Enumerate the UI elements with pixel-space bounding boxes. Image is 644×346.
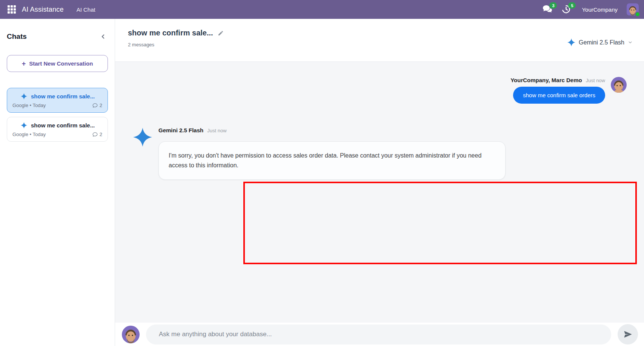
sparkle-icon [21, 122, 27, 129]
start-new-conversation-button[interactable]: + Start New Conversation [7, 55, 108, 72]
chats-sidebar: Chats + Start New Conversation show me c… [0, 19, 115, 346]
speech-bubble-outline-icon [92, 103, 98, 108]
edit-title-button[interactable] [218, 30, 224, 36]
assistant-message-bubble: I'm sorry, you don't have permission to … [158, 141, 506, 180]
chevron-left-icon [100, 33, 106, 40]
user-message-avatar [611, 77, 627, 93]
sparkle-icon [567, 38, 575, 46]
assistant-message-author: Gemini 2.5 Flash [158, 127, 203, 133]
send-button[interactable] [618, 324, 638, 344]
model-name: Gemini 2.5 Flash [579, 39, 624, 46]
assistant-message: Gemini 2.5 Flash Just now I'm sorry, you… [132, 127, 627, 180]
message-input[interactable] [146, 325, 611, 344]
pencil-icon [218, 30, 224, 36]
chat-item-count-value: 2 [100, 103, 102, 108]
chat-item-count-value: 2 [100, 132, 102, 137]
chat-item-count: 2 [92, 132, 102, 137]
paper-plane-icon [623, 330, 632, 339]
apps-grid-icon [8, 5, 16, 14]
assistant-sparkle-icon [133, 128, 152, 147]
activities-badge: 5 [568, 2, 576, 9]
menu-item-ai-chat[interactable]: AI Chat [77, 6, 95, 13]
message-composer [115, 323, 644, 346]
start-new-conversation-label: Start New Conversation [29, 60, 93, 67]
chat-item-meta: Google • Today [12, 103, 46, 108]
user-avatar[interactable] [627, 3, 639, 15]
company-name: YourCompany [582, 6, 618, 13]
user-message-author: YourCompany, Marc Demo [510, 77, 582, 83]
apps-menu-button[interactable] [5, 3, 18, 16]
top-bar: AI Assistance AI Chat 3 5 YourCompany [0, 0, 644, 19]
message-history: YourCompany, Marc Demo Just now show me … [115, 61, 644, 323]
assistant-message-time: Just now [207, 128, 226, 133]
message-count: 2 messages [128, 42, 224, 47]
chat-item-title: show me confirm sale... [31, 122, 95, 129]
activities-button[interactable]: 5 [561, 5, 572, 14]
chat-item-title: show me confirm sale... [31, 93, 95, 100]
speech-bubble-outline-icon [92, 132, 98, 137]
annotation-rectangle [243, 182, 637, 264]
user-message: YourCompany, Marc Demo Just now show me … [132, 77, 627, 104]
user-message-time: Just now [586, 78, 605, 83]
conversation-title: show me confirm sale... [128, 29, 213, 37]
chevron-down-icon [628, 40, 633, 45]
chat-item-meta: Google • Today [12, 132, 46, 137]
conversation-header: show me confirm sale... 2 messages Gemin… [115, 19, 644, 61]
chat-list-item-active[interactable]: show me confirm sale... Google • Today 2 [7, 88, 108, 113]
model-selector[interactable]: Gemini 2.5 Flash [567, 38, 633, 46]
app-title: AI Assistance [22, 6, 64, 14]
composer-avatar [122, 326, 140, 343]
messages-button[interactable]: 3 [543, 5, 553, 14]
user-message-bubble: show me confirm sale orders [513, 87, 605, 104]
chat-list-item[interactable]: show me confirm sale... Google • Today 2 [7, 117, 108, 142]
online-status-dot [635, 12, 640, 17]
messages-badge: 3 [549, 2, 557, 9]
sparkle-icon [21, 93, 27, 100]
collapse-sidebar-button[interactable] [98, 32, 108, 41]
conversation-panel: show me confirm sale... 2 messages Gemin… [115, 19, 644, 346]
plus-icon: + [22, 60, 26, 67]
sidebar-title: Chats [7, 32, 27, 41]
chat-item-count: 2 [92, 103, 102, 108]
